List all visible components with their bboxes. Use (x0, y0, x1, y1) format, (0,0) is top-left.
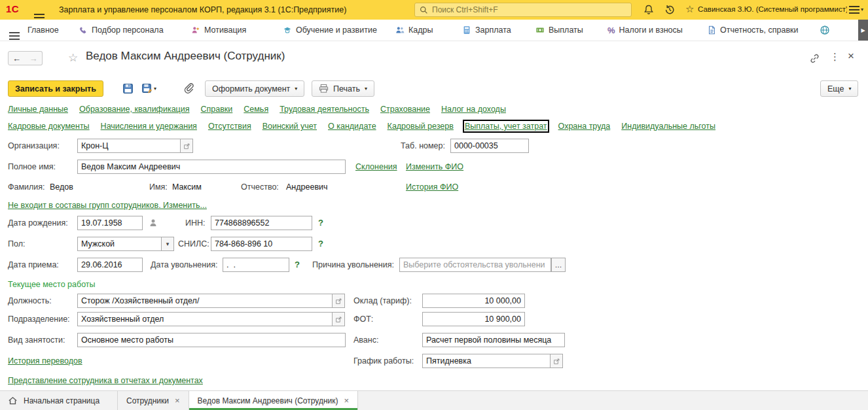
document-icon (707, 26, 716, 35)
forward-button[interactable]: → (25, 51, 43, 65)
chevron-down-icon: ▾ (166, 241, 170, 247)
dismiss-date-field[interactable] (223, 258, 289, 272)
dismiss-date-help-icon[interactable]: ? (295, 258, 300, 272)
menu-item-recruiting[interactable]: Подбор персонала (79, 20, 164, 41)
menu-scroll-right-button[interactable]: ▶ (858, 20, 868, 41)
person-icon[interactable] (148, 218, 158, 228)
snils-label: СНИЛС: (178, 237, 209, 251)
nav-links-row-2: Кадровые документы Начисления и удержани… (8, 122, 715, 131)
save-button[interactable] (122, 83, 134, 94)
nav-link-payments-cost-accounting[interactable]: Выплаты, учет затрат (465, 122, 547, 131)
close-tab-icon[interactable]: × (344, 397, 349, 405)
birthdate-field[interactable] (77, 216, 143, 230)
representation-link[interactable]: Представление сотрудника в отчетах и док… (8, 373, 203, 388)
nav-link-candidate[interactable]: О кандидате (328, 122, 376, 131)
save-variant-button[interactable]: ▾ (141, 83, 156, 94)
salary-label: Оклад (тариф): (353, 294, 412, 308)
sections-menu-icon[interactable] (9, 29, 20, 39)
advance-field[interactable] (422, 333, 565, 347)
menu-item-functions[interactable] (820, 20, 830, 41)
people-icon (395, 26, 405, 35)
nav-link-family[interactable]: Семья (244, 105, 268, 114)
inn-help-icon[interactable]: ? (318, 216, 323, 230)
change-fio-link[interactable]: Изменить ФИО (406, 160, 463, 174)
gender-select[interactable] (77, 237, 162, 251)
nav-link-absences[interactable]: Отсутствия (208, 122, 251, 131)
position-field[interactable] (77, 294, 333, 308)
menu-item-reports[interactable]: Отчетность, справки (707, 20, 799, 41)
more-actions-kebab-icon[interactable]: ⋮ (830, 51, 840, 63)
add-favorite-star-icon[interactable]: ☆ (68, 52, 78, 65)
nav-link-personal-data[interactable]: Личные данные (8, 105, 68, 114)
salary-field[interactable] (422, 294, 525, 308)
nav-link-education[interactable]: Образование, квалификация (79, 105, 190, 114)
department-label: Подразделение: (8, 312, 70, 326)
nav-link-income-tax[interactable]: Налог на доходы (441, 105, 506, 114)
menu-item-payments[interactable]: Выплаты (535, 20, 583, 41)
history-icon[interactable] (664, 4, 676, 16)
attachments-button[interactable] (183, 82, 194, 94)
full-name-field[interactable] (77, 160, 346, 174)
firstname-value: Максим (172, 180, 202, 194)
employment-type-field[interactable] (77, 333, 346, 347)
current-user[interactable]: Савинская З.Ю. (Системный программист) (698, 5, 847, 13)
menu-item-hr[interactable]: Кадры (395, 20, 433, 41)
department-field[interactable] (77, 312, 333, 326)
nav-link-individual-benefits[interactable]: Индивидуальные льготы (621, 122, 715, 131)
nav-link-labor-safety[interactable]: Охрана труда (558, 122, 611, 131)
nav-link-hr-documents[interactable]: Кадровые документы (8, 122, 90, 131)
chevron-down-icon: ▾ (295, 86, 297, 92)
department-open-button[interactable] (333, 312, 345, 326)
nav-link-accruals[interactable]: Начисления и удержания (101, 122, 197, 131)
full-name-label: Полное имя: (8, 160, 56, 174)
gender-label: Пол: (8, 237, 25, 251)
nav-link-military[interactable]: Воинский учет (262, 122, 317, 131)
create-document-button[interactable]: Оформить документ ▾ (205, 80, 304, 97)
snils-help-icon[interactable]: ? (318, 237, 323, 251)
global-search-input[interactable]: Поиск Ctrl+Shift+F (414, 3, 632, 17)
service-settings-icon[interactable]: ▾ (849, 7, 863, 12)
gender-dropdown-button[interactable]: ▾ (162, 237, 174, 251)
menu-item-main[interactable]: Главное (27, 20, 59, 41)
save-and-close-button[interactable]: Записать и закрыть (8, 80, 103, 97)
fot-field[interactable] (422, 312, 525, 326)
transfer-history-link[interactable]: История переводов (8, 354, 82, 368)
more-button[interactable]: Еще ▾ (820, 80, 858, 97)
floppy-edit-icon (141, 83, 153, 94)
work-schedule-open-button[interactable] (551, 354, 563, 368)
inn-field[interactable] (211, 216, 312, 230)
tab-number-field[interactable] (450, 139, 529, 153)
close-tab-icon[interactable]: × (175, 397, 180, 405)
declensions-link[interactable]: Склонения (355, 160, 397, 174)
notifications-bell-icon[interactable] (643, 4, 655, 16)
favorites-star-icon[interactable]: ☆ (685, 3, 694, 15)
dismiss-reason-choose-button[interactable]: … (551, 258, 566, 272)
close-form-icon[interactable]: × (848, 50, 854, 63)
employee-groups-link[interactable]: Не входит в составы групп сотрудников. И… (8, 198, 207, 213)
nav-link-insurance[interactable]: Страхование (380, 105, 430, 114)
menu-item-education[interactable]: Обучение и развитие (283, 20, 377, 41)
print-button[interactable]: Печать ▾ (312, 80, 374, 97)
snils-field[interactable] (211, 237, 312, 251)
tab-employee-vedov[interactable]: Ведов Максим Андреевич (Сотрудник) × (189, 391, 358, 410)
home-page-tab[interactable]: Начальная страница (0, 391, 118, 410)
organization-open-button[interactable] (181, 139, 193, 153)
menu-item-taxes[interactable]: % Налоги и взносы (607, 20, 683, 41)
nav-link-personnel-reserve[interactable]: Кадровый резерв (388, 122, 454, 131)
search-icon (420, 6, 428, 14)
work-schedule-field[interactable] (422, 354, 551, 368)
get-link-icon[interactable] (809, 53, 820, 64)
fio-history-link[interactable]: История ФИО (406, 180, 458, 194)
hire-date-field[interactable] (77, 258, 143, 272)
dismiss-date-label: Дата увольнения: (151, 258, 217, 272)
organization-field[interactable] (77, 139, 181, 153)
tab-employees[interactable]: Сотрудники × (118, 391, 189, 410)
menu-item-motivation[interactable]: Мотивация (191, 20, 246, 41)
dismiss-reason-field[interactable] (399, 258, 551, 272)
nav-link-work-history[interactable]: Трудовая деятельность (280, 105, 369, 114)
1c-logo[interactable]: 1С (6, 3, 19, 14)
nav-link-certificates[interactable]: Справки (201, 105, 233, 114)
position-open-button[interactable] (333, 294, 345, 308)
back-button[interactable]: ← (8, 51, 26, 65)
menu-item-salary[interactable]: Зарплата (462, 20, 511, 41)
